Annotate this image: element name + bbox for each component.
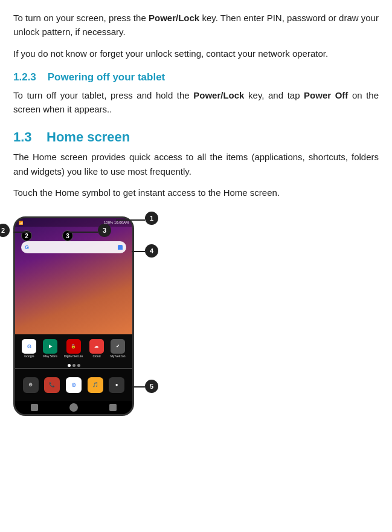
callout-line-3 bbox=[68, 232, 98, 233]
dock-phone: 📞 bbox=[44, 377, 60, 393]
phone-mockup: 📶 100% 10:00AM 2 3 G G Google bbox=[13, 216, 188, 446]
callout-line-4 bbox=[132, 251, 145, 252]
dot-1 bbox=[68, 364, 71, 367]
paragraph-3: To turn off your tablet, press and hold … bbox=[13, 88, 379, 117]
dock-area: ⚙ 📞 ⊕ 🎵 ● bbox=[15, 368, 132, 401]
google-label: Google bbox=[24, 354, 34, 358]
signal-icon: 📶 bbox=[19, 221, 23, 225]
nav-back bbox=[31, 404, 38, 411]
nav-home bbox=[69, 403, 78, 412]
playstore-label: Play Store bbox=[43, 354, 57, 358]
paragraph-4: The Home screen provides quick access to… bbox=[13, 150, 379, 178]
dock-more: ● bbox=[109, 377, 124, 393]
callout-line-2 bbox=[13, 232, 30, 233]
section-title-1-3: Home screen bbox=[47, 129, 130, 144]
google-icon: G bbox=[22, 339, 36, 354]
app-row: G Google ▶ Play Store 🔒 Digital Secure ☁… bbox=[15, 334, 132, 362]
bold-powerlock-2: Power/Lock bbox=[193, 90, 244, 100]
app-my-verizon: ✔ My Verizon bbox=[111, 339, 126, 358]
section-heading-1-3: 1.3 Home screen bbox=[13, 129, 379, 145]
bold-poweroff: Power Off bbox=[304, 90, 348, 100]
playstore-icon: ▶ bbox=[43, 339, 57, 354]
phone-container: 📶 100% 10:00AM 2 3 G G Google bbox=[13, 216, 188, 446]
app-cloud: ☁ Cloud bbox=[89, 339, 104, 358]
callout-1: 1 bbox=[145, 212, 158, 225]
app-google: G Google bbox=[22, 339, 36, 358]
paragraph-5: Touch the Home symbol to get instant acc… bbox=[13, 186, 379, 199]
paragraph-2: If you do not know or forget your unlock… bbox=[13, 47, 379, 60]
bold-powerlock-1: Power/Lock bbox=[149, 13, 199, 23]
digital-secure-label: Digital Secure bbox=[64, 354, 83, 358]
search-bar: G bbox=[21, 241, 126, 253]
phone-device: 📶 100% 10:00AM 2 3 G G Google bbox=[13, 216, 134, 416]
dock-chrome: ⊕ bbox=[66, 377, 82, 393]
cloud-label: Cloud bbox=[92, 354, 100, 358]
nav-bar bbox=[15, 401, 132, 414]
status-bar: 📶 100% 10:00AM bbox=[15, 218, 132, 227]
phone-screen: 📶 100% 10:00AM 2 3 G bbox=[15, 218, 132, 334]
dots-pagination bbox=[15, 362, 132, 368]
dot-3 bbox=[77, 364, 80, 367]
dock-settings: ⚙ bbox=[23, 377, 39, 393]
callout-2: 2 bbox=[0, 224, 10, 237]
status-bar-left: 📶 bbox=[19, 221, 102, 225]
status-text: 100% 10:00AM bbox=[104, 221, 129, 224]
google-g: G bbox=[25, 244, 29, 250]
dock-music: 🎵 bbox=[88, 377, 103, 393]
cloud-icon: ☁ bbox=[89, 339, 104, 354]
callout-3: 3 bbox=[98, 224, 111, 237]
callout-line-1 bbox=[116, 219, 145, 221]
app-digital-secure: 🔒 Digital Secure bbox=[64, 339, 83, 358]
digital-secure-icon: 🔒 bbox=[66, 339, 81, 354]
callout-line-5 bbox=[132, 386, 145, 388]
mic-icon bbox=[118, 245, 123, 250]
section-num-1-3: 1.3 bbox=[13, 129, 32, 144]
section-num-1-2-3: 1.2.3 bbox=[13, 71, 36, 83]
section-heading-1-2-3: 1.2.3 Powering off your tablet bbox=[13, 71, 379, 83]
paragraph-1: To turn on your screen, press the Power/… bbox=[13, 11, 379, 39]
callout-5: 5 bbox=[145, 380, 158, 393]
section-title-1-2-3: Powering off your tablet bbox=[48, 71, 165, 83]
dot-2 bbox=[72, 364, 76, 367]
callout-4: 4 bbox=[145, 244, 158, 258]
app-playstore: ▶ Play Store bbox=[43, 339, 57, 358]
my-verizon-label: My Verizon bbox=[111, 354, 126, 358]
my-verizon-icon: ✔ bbox=[111, 339, 125, 354]
nav-recent bbox=[109, 404, 117, 411]
